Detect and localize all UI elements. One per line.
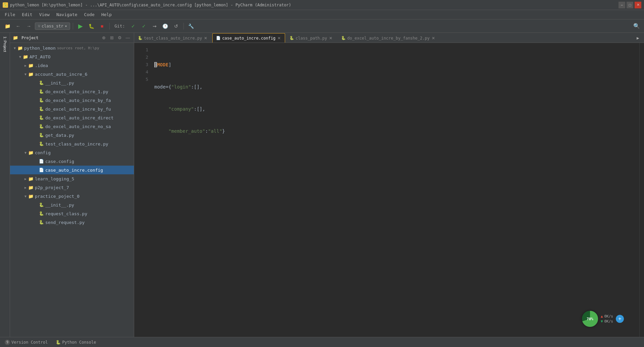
forward-button[interactable]: → (24, 21, 34, 31)
tree-item-do-excel1[interactable]: 🐍 do_excel_auto_incre_1.py (10, 87, 134, 96)
tab-scroll-right[interactable]: ▶ (633, 33, 643, 43)
tree-item-p2p[interactable]: ▶ 📁 p2p_project_7 (10, 183, 134, 192)
tab-bar: 🐍 test_class_auto_incre.py ✕ 📄 case_auto… (134, 33, 644, 43)
network-add-button[interactable]: + (616, 315, 624, 323)
menu-navigate[interactable]: Navigate (53, 11, 81, 18)
version-control-tab[interactable]: 9 Version Control (3, 339, 50, 346)
tree-item-do-excel-fu[interactable]: 🐍 do_excel_auto_incre_by_fu (10, 105, 134, 113)
tree-label: __init__.py (45, 203, 74, 208)
project-panel-header: 📁 Project ⊕ ⊞ ⚙ — (10, 33, 134, 43)
menu-file[interactable]: File (1, 11, 18, 18)
folder-icon: 📁 (28, 194, 34, 199)
git-history-button[interactable]: 🕐 (161, 21, 170, 31)
tab-close-button[interactable]: ✕ (431, 36, 436, 41)
menu-help[interactable]: Help (98, 11, 115, 18)
tree-label: __init__.py (45, 80, 74, 85)
tree-item-practice[interactable]: ▼ 📁 practice_poject_0 (10, 192, 134, 200)
project-collapse-button[interactable]: — (124, 35, 131, 41)
python-console-tab[interactable]: 🐍 Python Console (54, 339, 98, 345)
tree-label: test_class_auto_incre.py (45, 141, 108, 147)
folder-icon: 📁 (23, 54, 28, 59)
tree-item-case-config[interactable]: 📄 case.config (10, 157, 134, 166)
folder-icon: 📁 (28, 185, 34, 190)
py-file-icon: 🐍 (39, 133, 44, 137)
branch-selector[interactable]: ⑂ class_str ▾ (35, 22, 70, 30)
code-line-5 (154, 150, 639, 157)
colon: : (205, 128, 208, 134)
tab-close-button[interactable]: ✕ (328, 36, 333, 41)
tree-item-idea[interactable]: ▶ 📁 .idea (10, 61, 134, 70)
project-expand-button[interactable]: ⊞ (108, 35, 115, 41)
right-gutter (639, 43, 644, 337)
settings-button[interactable]: 🔧 (186, 21, 196, 31)
tab-label: class_path.py (296, 36, 327, 41)
tree-arrow: ▼ (23, 194, 28, 198)
line-number: 5 (134, 76, 148, 83)
tree-item-init2[interactable]: 🐍 __init__.py (10, 200, 134, 209)
tree-item-init1[interactable]: 🐍 __init__.py (10, 78, 134, 87)
run-button[interactable]: ▶ (76, 21, 85, 31)
tab-close-button[interactable]: ✕ (203, 36, 208, 41)
tab-do-excel[interactable]: 🐍 do_excel_auto_incre_by_fanshe_2.py ✕ (337, 33, 439, 43)
tree-arrow: ▶ (23, 64, 28, 67)
project-settings-button[interactable]: ⚙ (116, 35, 123, 41)
tree-item-account[interactable]: ▼ 📁 account_auto_incre_6 (10, 70, 134, 78)
py-file-icon: 🐍 (39, 89, 44, 94)
tree-item-do-excel-direct[interactable]: 🐍 do_excel_auto_incre_direct (10, 113, 134, 122)
menu-edit[interactable]: Edit (18, 11, 36, 18)
tree-item-request-class[interactable]: 🐍 request_class.py (10, 209, 134, 218)
sidebar-tab-project[interactable]: 1: Project (0, 34, 10, 54)
py-file-icon: 🐍 (39, 107, 44, 111)
network-stats: ▲ 0K/s ▼ 0K/s (601, 314, 613, 324)
tree-label: request_class.py (45, 211, 87, 216)
back-button[interactable]: ← (13, 21, 23, 31)
toolbar-separator-1 (73, 23, 73, 30)
tree-item-do-excel-fa[interactable]: 🐍 do_excel_auto_incre_by_fa (10, 96, 134, 105)
tree-item-python-lemon[interactable]: ▼ 📁 python_lemon sources root, H:\py (10, 44, 134, 52)
py-file-icon: 🐍 (39, 203, 44, 207)
tree-label: API_AUTO (30, 54, 51, 59)
project-locate-button[interactable]: ⊕ (100, 35, 107, 41)
tree-item-learn-logging[interactable]: ▶ 📁 learn_logging_5 (10, 174, 134, 183)
tree-label: case.config (45, 159, 74, 164)
nav-folder-button[interactable]: 📁 (3, 21, 12, 31)
app-icon: 🐍 (3, 2, 8, 8)
code-editor[interactable]: 1 2 3 4 5 [MODE] mode={"login":[], "comp… (134, 43, 644, 337)
tab-case-auto-incre[interactable]: 📄 case_auto_incre.config ✕ (212, 33, 285, 43)
tree-label: case_auto_incre.config (45, 168, 103, 173)
tree-item-test-class[interactable]: 🐍 test_class_auto_incre.py (10, 139, 134, 148)
download-speed: 0K/s (604, 319, 613, 324)
tree-item-config-folder[interactable]: ▼ 📁 config (10, 148, 134, 157)
tree-item-get-data[interactable]: 🐍 get_data.py (10, 131, 134, 139)
menu-code[interactable]: Code (81, 11, 98, 18)
title-bar-text: python_lemon [H:\python_lemon] - ...\API… (10, 3, 619, 7)
search-everywhere-button[interactable]: 🔍 (632, 21, 641, 31)
string: "member_auto" (168, 128, 205, 134)
tree-arrow: ▼ (23, 72, 28, 76)
tab-close-button[interactable]: ✕ (277, 36, 281, 41)
maximize-button[interactable]: □ (627, 2, 633, 8)
tree-item-send-request[interactable]: 🐍 send_request.py (10, 218, 134, 227)
git-push-button[interactable]: ✓ (139, 21, 149, 31)
menu-view[interactable]: View (36, 11, 53, 18)
tree-item-do-excel-no-sa[interactable]: 🐍 do_excel_auto_incre_no_sa (10, 122, 134, 131)
tab-test-class[interactable]: 🐍 test_class_auto_incre.py ✕ (134, 33, 212, 43)
close-button[interactable]: ✕ (635, 2, 641, 8)
git-commit-button[interactable]: ✓ (128, 21, 138, 31)
python-console-label: Python Console (62, 340, 96, 345)
git-update-button[interactable]: ⇝ (150, 21, 159, 31)
tree-item-case-auto-incre-config[interactable]: 📄 case_auto_incre.config (10, 166, 134, 174)
branch-name: class_str (42, 24, 63, 28)
toolbar-separator-3 (183, 23, 184, 30)
tree-label: do_excel_auto_incre_by_fa (45, 98, 111, 103)
git-revert-button[interactable]: ↺ (171, 21, 181, 31)
stop-button[interactable]: ■ (97, 21, 107, 31)
git-label: Git: (112, 23, 127, 28)
debug-button[interactable]: 🐛 (87, 21, 96, 31)
code-content[interactable]: [MODE] mode={"login":[], "company":[], "… (151, 43, 639, 337)
tab-class-path[interactable]: 🐍 class_path.py ✕ (286, 33, 337, 43)
minimize-button[interactable]: − (619, 2, 625, 8)
main-layout: 1: Project 📁 Project ⊕ ⊞ ⚙ — ▼ 📁 python_… (0, 33, 644, 337)
tree-item-api-auto[interactable]: ▼ 📁 API_AUTO (10, 52, 134, 61)
py-file-icon: 🐍 (39, 124, 44, 129)
